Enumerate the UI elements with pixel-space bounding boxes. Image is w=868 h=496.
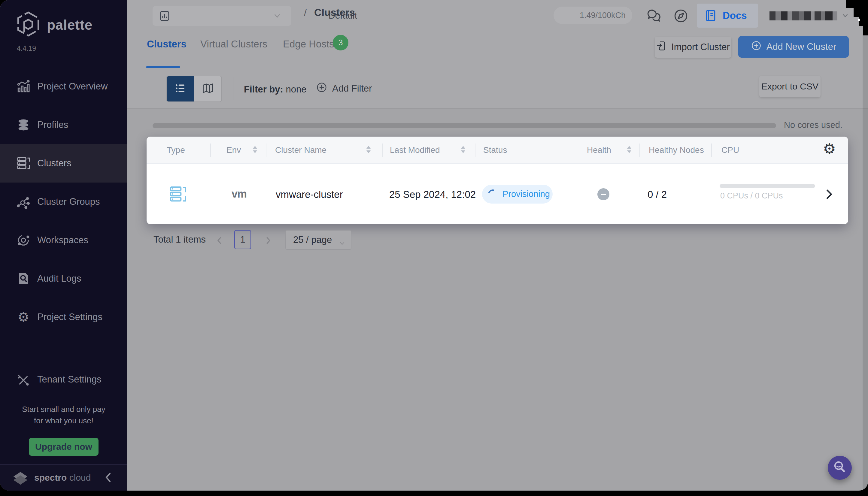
docs-label: Docs [722,10,747,21]
sort-icon[interactable] [461,146,465,153]
cores-usage-bar [153,123,776,128]
toolbar-bottom-divider [127,108,868,109]
add-new-cluster-label: Add New Cluster [766,42,836,52]
tab-edge-hosts[interactable]: Edge Hosts [283,38,334,50]
pagination-page-1[interactable]: 1 [234,230,251,249]
sidebar-item-label: Tenant Settings [37,374,102,385]
sidebar-item-clusters[interactable]: Clusters [0,144,127,183]
sidebar-item-project-overview[interactable]: Project Overview [0,67,127,106]
sort-icon[interactable] [253,146,257,153]
corner-artifact-dot [858,19,860,21]
spectro-cloud-logo [11,469,30,487]
sort-icon[interactable] [627,146,631,153]
project-selector[interactable]: Default [153,6,291,26]
user-menu-chevron-icon[interactable] [841,13,849,20]
chat-icon[interactable] [646,8,662,25]
corner-artifact [846,0,868,8]
column-header-type[interactable]: Type [167,137,185,164]
sidebar-item-tenant-settings[interactable]: Tenant Settings [0,360,127,399]
chevron-down-icon [273,13,282,20]
upgrade-now-button[interactable]: Upgrade now [29,438,98,456]
sidebar: palette 4.4.19 Project Overview Profi [0,0,127,491]
sidebar-item-label: Project Overview [37,81,108,92]
breadcrumb: Clusters [314,6,355,18]
book-icon [704,9,717,24]
sidebar-item-project-settings[interactable]: ⚙ Project Settings [0,298,127,336]
table-header: Type Env Cluster Name Last Modified Stat… [147,137,848,164]
add-filter-label: Add Filter [332,83,372,94]
sidebar-item-cluster-groups[interactable]: Cluster Groups [0,183,127,221]
audit-logs-icon [16,272,31,286]
tab-clusters[interactable]: Clusters [147,38,186,50]
column-header-cluster-name[interactable]: Cluster Name [275,137,326,164]
status-label: Provisioning [502,189,550,199]
cluster-name[interactable]: vmware-cluster [276,189,343,200]
search-fab-button[interactable] [828,456,852,480]
sidebar-footer: spectro cloud [0,464,127,491]
sidebar-item-audit-logs[interactable]: Audit Logs [0,259,127,298]
nodes-icon [16,195,31,209]
status-badge: Provisioning [482,185,553,204]
column-header-health[interactable]: Health [587,137,611,164]
gear-icon: ⚙ [16,310,31,324]
corner-artifact [854,8,868,17]
view-toggle [166,76,222,102]
plus-circle-icon [751,40,762,53]
add-new-cluster-button[interactable]: Add New Cluster [738,36,849,58]
app-window: palette 4.4.19 Project Overview Profi [0,0,868,491]
settings-column-divider [816,137,816,224]
sidebar-item-label: Audit Logs [37,273,81,284]
edge-hosts-count-badge: 3 [333,35,348,50]
table-settings-gear-icon[interactable]: ⚙ [823,142,836,156]
promo-text-line2: for what you use! [0,416,127,425]
cluster-type-icon [169,186,186,204]
active-tab-underline [146,66,180,68]
column-header-last-modified[interactable]: Last Modified [390,137,440,164]
page-size-select[interactable]: 25 / page [285,230,351,250]
healthy-nodes-value: 0 / 2 [627,189,687,200]
import-cluster-button[interactable]: Import Cluster [655,37,731,58]
map-view-button[interactable] [194,76,222,102]
export-to-csv-button[interactable]: Export to CSV [759,76,821,97]
column-divider [639,143,640,157]
app-version: 4.4.19 [17,44,36,52]
pagination-next-icon[interactable] [264,236,272,246]
sort-icon[interactable] [366,146,371,153]
column-divider [210,143,211,157]
toolbar-divider [233,77,233,100]
row-expand-chevron-icon[interactable] [824,188,834,201]
usage-badge: 1.49/100kCh [553,6,632,24]
app-logo-text: palette [47,17,92,33]
vmware-env-logo: vm [231,188,247,200]
column-header-env[interactable]: Env [227,137,241,164]
docs-button[interactable]: Docs [697,4,758,28]
column-header-healthy-nodes[interactable]: Healthy Nodes [649,137,704,164]
health-unknown-icon [597,188,609,200]
column-header-cpu[interactable]: CPU [721,137,739,164]
list-icon [174,82,187,96]
page-size-value: 25 / page [293,234,332,245]
list-view-button[interactable] [167,76,194,102]
user-name-redacted[interactable] [770,11,837,20]
workspaces-icon [16,233,31,247]
palette-logo-icon [15,11,42,38]
column-header-status[interactable]: Status [483,137,507,164]
column-divider [382,143,383,157]
sidebar-item-workspaces[interactable]: Workspaces [0,221,127,259]
column-divider [475,143,475,157]
tools-icon [16,372,31,387]
add-filter-button[interactable]: Add Filter [316,82,372,95]
pagination-prev-icon[interactable] [216,236,224,246]
project-scope-icon [158,10,171,23]
sidebar-item-label: Project Settings [37,312,103,323]
tab-virtual-clusters[interactable]: Virtual Clusters [200,38,267,50]
compass-icon[interactable] [673,8,689,25]
column-divider [565,143,565,157]
brand-text: spectro cloud [34,472,91,483]
sidebar-item-label: Workspaces [37,235,88,246]
sidebar-item-profiles[interactable]: Profiles [0,106,127,144]
collapse-sidebar-icon[interactable] [103,471,113,485]
corner-artifact [863,26,868,35]
cpu-usage-bar [720,184,815,188]
import-cluster-label: Import Cluster [671,42,730,52]
